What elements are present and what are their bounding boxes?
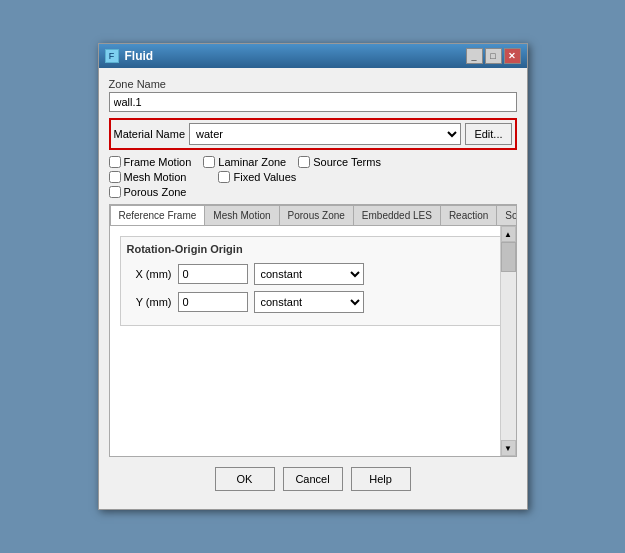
help-button[interactable]: Help xyxy=(351,467,411,491)
param-row-x: X (mm) constant expression profile xyxy=(127,263,499,285)
checkbox-row-2: Mesh Motion Fixed Values xyxy=(109,171,517,183)
zone-name-input[interactable] xyxy=(109,92,517,112)
scroll-track xyxy=(501,242,516,440)
frame-motion-checkbox-item[interactable]: Frame Motion xyxy=(109,156,192,168)
fluid-dialog: F Fluid _ □ ✕ Zone Name Material Name wa… xyxy=(98,43,528,510)
checkbox-row-1: Frame Motion Laminar Zone Source Terms xyxy=(109,156,517,168)
window-title: Fluid xyxy=(125,49,154,63)
mesh-motion-checkbox[interactable] xyxy=(109,171,121,183)
tab-reaction[interactable]: Reaction xyxy=(441,205,497,225)
ok-button[interactable]: OK xyxy=(215,467,275,491)
tabs-header: Reference Frame Mesh Motion Porous Zone … xyxy=(110,205,516,226)
porous-zone-checkbox-item[interactable]: Porous Zone xyxy=(109,186,187,198)
scroll-thumb[interactable] xyxy=(501,242,516,272)
porous-zone-label: Porous Zone xyxy=(124,186,187,198)
tab-source-terms[interactable]: Source Terms xyxy=(497,205,515,225)
source-terms-label-1: Source Terms xyxy=(313,156,381,168)
param-y-input[interactable] xyxy=(178,292,248,312)
zone-name-label: Zone Name xyxy=(109,78,517,90)
zone-name-group: Zone Name xyxy=(109,78,517,112)
material-select[interactable]: water xyxy=(189,123,461,145)
param-row-y: Y (mm) constant expression profile xyxy=(127,291,499,313)
param-x-method[interactable]: constant expression profile xyxy=(254,263,364,285)
tab-content-wrapper: Rotation-Origin Origin X (mm) constant e… xyxy=(110,226,516,456)
param-y-label: Y (mm) xyxy=(127,296,172,308)
window-icon: F xyxy=(105,49,119,63)
close-button[interactable]: ✕ xyxy=(504,48,521,64)
rotation-origin-panel: Rotation-Origin Origin X (mm) constant e… xyxy=(120,236,506,326)
param-y-method[interactable]: constant expression profile xyxy=(254,291,364,313)
mesh-motion-label: Mesh Motion xyxy=(124,171,187,183)
source-terms-checkbox[interactable] xyxy=(298,156,310,168)
tab-embedded-les[interactable]: Embedded LES xyxy=(354,205,441,225)
maximize-button[interactable]: □ xyxy=(485,48,502,64)
cancel-button[interactable]: Cancel xyxy=(283,467,343,491)
tabs-container: Reference Frame Mesh Motion Porous Zone … xyxy=(109,204,517,457)
mesh-motion-checkbox-item[interactable]: Mesh Motion xyxy=(109,171,187,183)
title-bar-left: F Fluid xyxy=(105,49,154,63)
title-bar: F Fluid _ □ ✕ xyxy=(99,44,527,68)
title-controls: _ □ ✕ xyxy=(466,48,521,64)
material-edit-button[interactable]: Edit... xyxy=(465,123,511,145)
fixed-values-checkbox-item[interactable]: Fixed Values xyxy=(218,171,296,183)
source-terms-checkbox-item-1[interactable]: Source Terms xyxy=(298,156,381,168)
param-x-label: X (mm) xyxy=(127,268,172,280)
material-name-label: Material Name xyxy=(114,128,186,140)
fixed-values-checkbox[interactable] xyxy=(218,171,230,183)
scroll-down-arrow[interactable]: ▼ xyxy=(501,440,516,456)
frame-motion-label: Frame Motion xyxy=(124,156,192,168)
frame-motion-checkbox[interactable] xyxy=(109,156,121,168)
porous-zone-checkbox[interactable] xyxy=(109,186,121,198)
scroll-up-arrow[interactable]: ▲ xyxy=(501,226,516,242)
tab-content-reference-frame: Rotation-Origin Origin X (mm) constant e… xyxy=(110,226,516,456)
panel-title: Rotation-Origin Origin xyxy=(127,243,499,255)
footer-buttons: OK Cancel Help xyxy=(109,457,517,499)
checkbox-row-3: Porous Zone xyxy=(109,186,517,198)
scrollbar[interactable]: ▲ ▼ xyxy=(500,226,516,456)
tab-reference-frame[interactable]: Reference Frame xyxy=(110,205,206,226)
param-x-input[interactable] xyxy=(178,264,248,284)
checkboxes-area: Frame Motion Laminar Zone Source Terms M… xyxy=(109,156,517,198)
laminar-zone-checkbox[interactable] xyxy=(203,156,215,168)
material-name-group: Material Name water Edit... xyxy=(109,118,517,150)
laminar-zone-label: Laminar Zone xyxy=(218,156,286,168)
tab-mesh-motion[interactable]: Mesh Motion xyxy=(205,205,279,225)
fixed-values-label: Fixed Values xyxy=(233,171,296,183)
tab-porous-zone[interactable]: Porous Zone xyxy=(280,205,354,225)
laminar-zone-checkbox-item[interactable]: Laminar Zone xyxy=(203,156,286,168)
minimize-button[interactable]: _ xyxy=(466,48,483,64)
window-body: Zone Name Material Name water Edit... Fr… xyxy=(99,68,527,509)
